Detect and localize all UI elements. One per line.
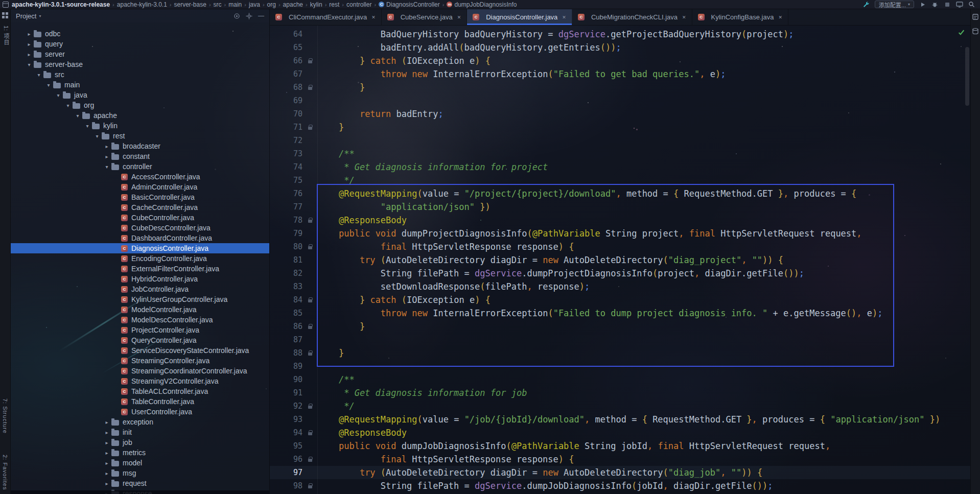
fold-marker-icon[interactable] [302,293,318,307]
debug-icon[interactable] [931,1,939,8]
code-line[interactable]: 93 @RequestMapping(value = "/job/{jobId}… [270,413,970,426]
close-icon[interactable]: ✕ [371,15,376,20]
fold-marker-icon[interactable] [302,214,318,227]
editor-tab[interactable]: CCubeMigrationCheckCLI.java✕ [572,9,692,25]
code-line[interactable]: 64 BadQueryHistory badQueryHistory = dgS… [270,28,970,41]
tree-item-folder[interactable]: ▾kylin [11,121,269,131]
tree-item-folder[interactable]: ▸broadcaster [11,141,269,151]
tree-item-folder[interactable]: ▾server-base [11,59,269,69]
search-icon[interactable] [968,1,975,8]
code-line[interactable]: 95 public void dumpJobDiagnosisInfo(@Pat… [270,439,970,453]
chevron-right-icon[interactable]: ▸ [26,52,33,57]
code-line[interactable]: 75 */ [270,174,970,187]
close-icon[interactable]: ✕ [457,15,461,20]
breadcrumb-item[interactable]: main [228,1,242,8]
code-line[interactable]: 94 @ResponseBody [270,426,970,439]
chevron-right-icon[interactable]: ▸ [103,471,110,476]
tree-item-file[interactable]: CModelController.java [11,304,269,315]
window-menu-icon[interactable] [3,2,9,8]
fold-marker-icon[interactable] [302,81,318,94]
code-line[interactable]: 69 [270,94,970,107]
code-line[interactable]: 87 [270,333,970,346]
tree-item-file[interactable]: CQueryController.java [11,335,269,345]
code-line[interactable]: 76 @RequestMapping(value = "/project/{pr… [270,187,970,200]
code-line[interactable]: 71 } [270,121,970,134]
chevron-right-icon[interactable]: ▸ [26,31,33,37]
tree-item-file[interactable]: CProjectController.java [11,325,269,335]
tree-item-folder[interactable]: ▾org [11,100,269,110]
tree-item-folder[interactable]: ▾apache [11,110,269,121]
code-line[interactable]: 84 } catch (IOException e) { [270,293,970,307]
fold-marker-icon[interactable] [302,453,318,466]
tree-item-folder[interactable]: ▾controller [11,161,269,172]
tree-item-file[interactable]: CAdminController.java [11,182,269,192]
chevron-right-icon[interactable]: ▸ [103,419,110,425]
fold-marker-icon[interactable] [302,121,318,134]
breadcrumb-item[interactable]: src [214,1,222,8]
fold-marker-icon[interactable] [302,54,318,67]
tool-button-favorites[interactable]: 2: Favorites [2,455,8,490]
tree-item-file[interactable]: CEncodingController.java [11,253,269,264]
breadcrumb-item[interactable]: CDiagnosisController [379,1,440,8]
tree-item-folder[interactable]: ▾rest [11,131,269,141]
editor-tab[interactable]: CCubeService.java✕ [382,9,467,25]
tree-item-file[interactable]: CCubeDescController.java [11,223,269,233]
tree-item-file[interactable]: CModelDescController.java [11,315,269,325]
code-line[interactable]: 90 /** [270,373,970,386]
chevron-right-icon[interactable]: ▸ [103,154,110,159]
code-line[interactable]: 81 try (AutoDeleteDirectory diagDir = ne… [270,253,970,267]
tree-item-file[interactable]: CTableACLController.java [11,386,269,396]
chevron-down-icon[interactable]: ▾ [45,82,52,88]
chevron-right-icon[interactable]: ▸ [26,41,33,47]
tree-item-folder[interactable]: ▸request [11,478,269,488]
breadcrumb-item[interactable]: controller [346,1,371,8]
editor-tab[interactable]: CKylinConfigBase.java✕ [692,9,788,25]
code-line[interactable]: 92 */ [270,399,970,413]
code-line[interactable]: 85 throw new InternalErrorException("Fai… [270,307,970,320]
close-icon[interactable]: ✕ [562,15,566,20]
chevron-right-icon[interactable]: ▸ [103,440,110,445]
code-line[interactable]: 78 @ResponseBody [270,214,970,227]
close-icon[interactable]: ✕ [682,15,686,20]
chevron-right-icon[interactable]: ▸ [103,460,110,466]
tree-item-file[interactable]: CStreamingController.java [11,356,269,366]
tree-item-folder[interactable]: ▾java [11,90,269,100]
tree-item-file[interactable]: CCubeController.java [11,213,269,223]
tree-item-folder[interactable]: ▸model [11,458,269,468]
tree-item-folder[interactable]: ▸server [11,49,269,59]
code-line[interactable]: 73 /** [270,147,970,160]
tree-item-file[interactable]: CExternalFilterController.java [11,264,269,274]
editor-tab[interactable]: CCliCommandExecutor.java✕ [270,9,382,25]
panel-horizontal-scrollbar[interactable] [11,490,269,494]
code-line[interactable]: 70 return badEntry; [270,107,970,121]
chevron-down-icon[interactable]: ▾ [103,164,110,170]
code-line[interactable]: 82 String filePath = dgService.dumpProje… [270,267,970,280]
tree-item-file[interactable]: CJobController.java [11,284,269,294]
stop-icon[interactable] [943,1,951,8]
tree-item-file[interactable]: CDiagnosisController.java [11,243,269,253]
breadcrumb-item[interactable]: apache [283,1,303,8]
project-grid-icon[interactable] [2,12,9,19]
code-line[interactable]: 67 throw new InternalErrorException("Fai… [270,67,970,81]
chevron-right-icon[interactable]: ▸ [103,450,110,456]
tree-item-folder[interactable]: ▾main [11,80,269,90]
tree-item-file[interactable]: CCacheController.java [11,202,269,213]
tool-button-structure[interactable]: 7: Structure [2,398,8,434]
gear-icon[interactable] [246,13,252,19]
code-line[interactable]: 79 public void dumpProjectDiagnosisInfo(… [270,227,970,240]
tree-item-file[interactable]: CDashboardController.java [11,233,269,243]
chevron-down-icon[interactable]: ▾ [74,113,81,119]
tree-item-file[interactable]: CAccessController.java [11,172,269,182]
tree-item-file[interactable]: CStreamingCoordinatorController.java [11,366,269,376]
tree-item-folder[interactable]: ▸exception [11,417,269,427]
code-line[interactable]: 65 badEntry.addAll(badQueryHistory.getEn… [270,41,970,54]
code-line[interactable]: 88 } [270,346,970,360]
breadcrumb-item[interactable]: rest [329,1,339,8]
tree-item-file[interactable]: CBasicController.java [11,192,269,202]
code-line[interactable]: 66 } catch (IOException e) { [270,54,970,67]
code-line[interactable]: 74 * Get diagnosis information for proje… [270,160,970,174]
tree-item-folder[interactable]: ▸odbc [11,29,269,39]
code-line[interactable]: 98 String filePath = dgService.dumpJobDi… [270,479,970,492]
fold-marker-icon[interactable] [302,346,318,360]
code-line[interactable]: 97 try (AutoDeleteDirectory diagDir = ne… [270,466,970,479]
